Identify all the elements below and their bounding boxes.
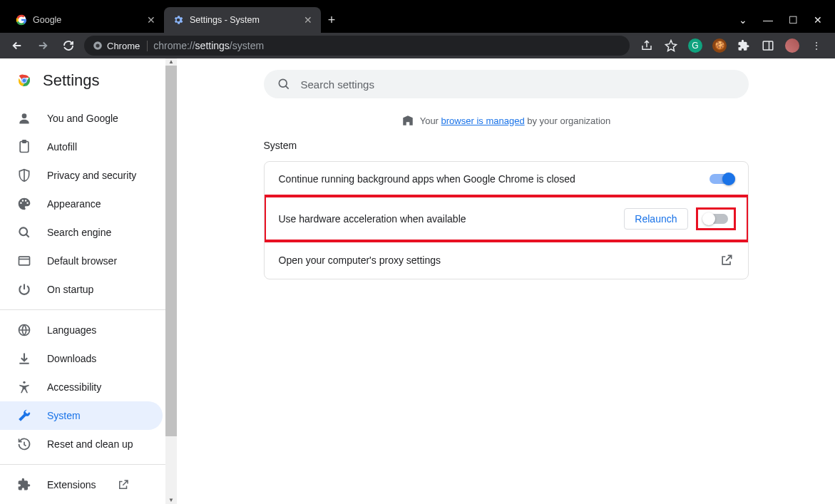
svg-point-16 [23,381,25,384]
setting-label: Continue running background apps when Go… [279,173,575,185]
window-controls: ⌄ — ☐ ✕ [739,14,835,33]
search-icon [277,77,291,91]
sidebar-item-system[interactable]: System [0,401,163,430]
svg-rect-10 [23,140,26,143]
sidebar-item-label: On startup [47,284,93,295]
search-settings-input[interactable]: Search settings [264,70,749,98]
close-tab-icon[interactable]: ✕ [304,14,312,26]
sidebar-item-label: Appearance [47,198,101,210]
extension-icon [17,478,31,492]
setting-label: Use hardware acceleration when available [279,213,466,225]
svg-point-17 [279,79,287,87]
kebab-menu-icon[interactable]: ⋮ [809,38,824,53]
autofill-icon [17,140,31,154]
sidebar-item-label: Privacy and security [47,170,136,181]
nav-divider [0,464,177,465]
sidebar-item-autofill[interactable]: Autofill [0,133,163,161]
wrench-icon [17,408,31,423]
sidebar-scrollbar[interactable]: ▲ ▼ [165,58,177,504]
scroll-thumb[interactable] [165,66,177,436]
section-heading: System [264,140,749,151]
sidebar-item-default-browser[interactable]: Default browser [0,247,163,275]
browser-icon [17,254,31,268]
managed-link[interactable]: browser is managed [441,115,525,126]
system-settings-card: Continue running background apps when Go… [264,161,749,279]
browser-tabs: Google ✕ Settings - System ✕ + [7,7,342,33]
minimize-icon[interactable]: — [763,14,773,26]
toolbar-actions: G 🍪 ⋮ [635,38,828,53]
url-text: chrome://settings/system [153,40,264,51]
open-external-icon [117,478,130,491]
person-icon [17,111,31,125]
close-tab-icon[interactable]: ✕ [147,14,155,26]
toggle-background-apps[interactable] [710,174,734,184]
shield-icon [17,168,31,182]
download-icon [17,351,31,366]
extension-cookie-icon[interactable]: 🍪 [712,38,727,53]
search-placeholder: Search settings [301,78,374,91]
profile-avatar-icon[interactable] [785,38,799,53]
url-bar: Chrome chrome://settings/system G 🍪 ⋮ [0,33,835,58]
managed-banner: Your browser is managed by your organiza… [401,114,611,127]
svg-line-12 [26,235,29,237]
sidebar-item-you-and-google[interactable]: You and Google [0,104,163,133]
restore-icon [17,437,31,451]
svg-rect-13 [19,257,30,265]
power-icon [17,282,31,297]
sidebar-item-label: Default browser [47,255,117,267]
setting-label: Open your computer's proxy settings [279,254,441,266]
sidebar-item-extensions[interactable]: Extensions [0,470,163,499]
scroll-up-icon[interactable]: ▲ [165,58,177,66]
sidebar-item-label: Downloads [47,353,96,364]
search-icon [17,225,31,240]
extension-green-icon[interactable]: G [688,38,702,53]
toggle-hardware-acceleration[interactable] [704,214,728,224]
svg-point-8 [22,113,27,118]
settings-content: Search settings Your browser is managed … [177,58,835,504]
svg-point-11 [19,227,27,235]
accessibility-icon [17,380,31,394]
setting-row-proxy[interactable]: Open your computer's proxy settings [265,241,748,279]
maximize-icon[interactable]: ☐ [789,14,798,26]
sidebar-item-label: Autofill [47,141,77,153]
settings-sidebar: Settings You and GoogleAutofillPrivacy a… [0,58,177,504]
reload-button[interactable] [58,36,78,56]
chevron-down-icon[interactable]: ⌄ [739,14,747,26]
sidebar-item-reset-and-clean-up[interactable]: Reset and clean up [0,430,163,458]
tab-settings[interactable]: Settings - System ✕ [164,7,321,33]
tab-google[interactable]: Google ✕ [7,7,164,33]
scroll-down-icon[interactable]: ▼ [165,497,177,504]
back-button[interactable] [7,36,27,56]
sidebar-item-on-startup[interactable]: On startup [0,275,163,304]
sidebar-item-label: Accessibility [47,381,101,393]
sidepanel-icon[interactable] [761,38,775,53]
origin-label: Chrome [107,41,140,51]
chrome-logo-icon [16,72,33,89]
close-window-icon[interactable]: ✕ [814,14,822,26]
forward-button[interactable] [33,36,53,56]
svg-point-7 [22,78,27,83]
sidebar-item-languages[interactable]: Languages [0,316,163,344]
sidebar-item-downloads[interactable]: Downloads [0,344,163,373]
star-icon[interactable] [664,38,678,53]
globe-icon [17,323,31,337]
setting-row-background-apps: Continue running background apps when Go… [265,162,748,196]
sidebar-item-label: You and Google [47,113,118,124]
tab-title: Google [33,15,61,25]
address-field[interactable]: Chrome chrome://settings/system [84,36,630,56]
share-icon[interactable] [640,38,654,53]
new-tab-button[interactable]: + [321,7,342,33]
sidebar-header: Settings [0,58,177,101]
sidebar-item-label: Extensions [47,479,96,490]
sidebar-item-accessibility[interactable]: Accessibility [0,373,163,401]
sidebar-item-appearance[interactable]: Appearance [0,190,163,218]
sidebar-item-search-engine[interactable]: Search engine [0,218,163,247]
sidebar-item-label: Search engine [47,227,111,238]
building-icon [401,114,414,127]
sidebar-item-label: Reset and clean up [47,438,133,450]
svg-rect-3 [763,41,773,50]
sidebar-item-privacy-and-security[interactable]: Privacy and security [0,161,163,190]
relaunch-button[interactable]: Relaunch [624,208,687,230]
extensions-puzzle-icon[interactable] [737,38,751,53]
svg-line-18 [285,86,288,89]
